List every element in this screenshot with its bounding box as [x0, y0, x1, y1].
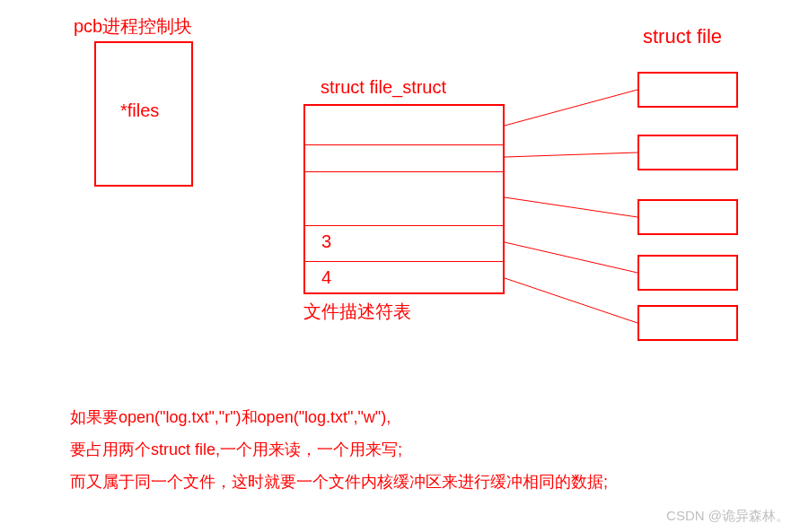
struct-file-title: struct file	[643, 25, 722, 48]
table-row: 3	[305, 226, 503, 262]
fd-index: 4	[321, 267, 331, 288]
struct-file-box	[637, 135, 738, 170]
explain-line-3: 而又属于同一个文件，这时就要一个文件内核缓冲区来进行缓冲相同的数据;	[70, 467, 608, 497]
struct-file-box	[637, 72, 738, 108]
table-row: 4	[305, 262, 503, 296]
pcb-files-field: *files	[120, 100, 159, 121]
table-row	[305, 106, 503, 145]
struct-file-box	[637, 255, 738, 291]
table-row	[305, 145, 503, 172]
svg-line-3	[505, 242, 637, 273]
explain-line-2: 要占用两个struct file,一个用来读，一个用来写;	[70, 434, 402, 465]
explain-line-1: 如果要open("log.txt","r")和open("log.txt","w…	[70, 402, 391, 432]
svg-line-0	[505, 90, 637, 126]
svg-line-2	[505, 197, 637, 217]
pcb-title: pcb进程控制块	[74, 14, 192, 39]
svg-line-1	[505, 153, 637, 157]
struct-file-box	[637, 199, 738, 235]
svg-line-4	[505, 278, 637, 323]
struct-file-box	[637, 305, 738, 341]
table-row	[305, 172, 503, 226]
file-descriptor-caption: 文件描述符表	[303, 300, 411, 324]
file-descriptor-table: 3 4	[303, 104, 505, 294]
watermark: CSDN @诡异森林。	[666, 508, 789, 525]
file-struct-title: struct file_struct	[321, 77, 446, 98]
fd-index: 3	[321, 231, 331, 252]
